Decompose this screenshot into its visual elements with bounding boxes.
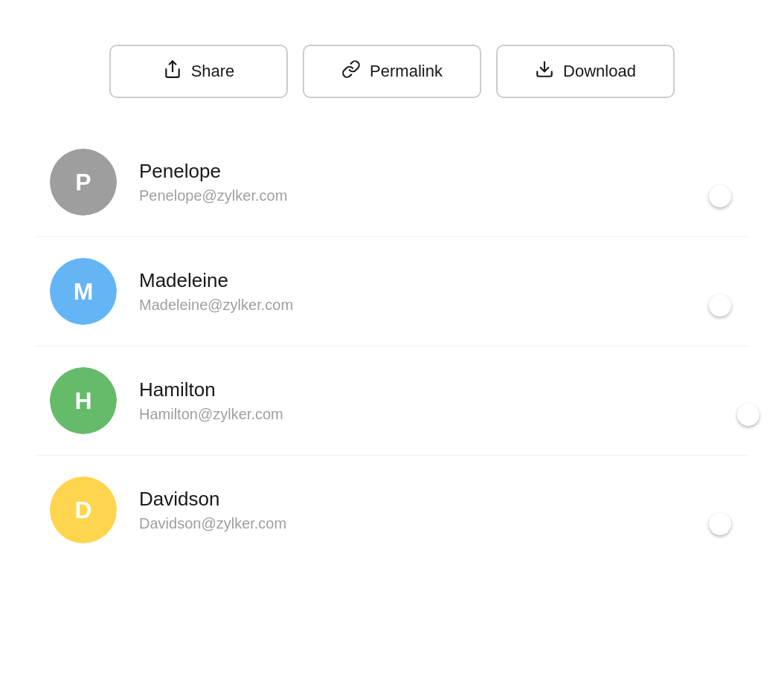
avatar-davidson: D xyxy=(50,477,117,543)
user-list: P Penelope Penelope@zylker.com M Madelei… xyxy=(35,128,749,564)
user-name-davidson: Davidson xyxy=(139,488,719,511)
user-item-madeleine: M Madeleine Madeleine@zylker.com xyxy=(35,237,749,346)
avatar-madeleine: M xyxy=(50,258,117,325)
user-item-hamilton: H Hamilton Hamilton@zylker.com xyxy=(35,346,749,456)
toolbar: Share Permalink Download xyxy=(35,45,749,98)
user-email-madeleine: Madeleine@zylker.com xyxy=(139,297,719,314)
download-button[interactable]: Download xyxy=(496,45,675,98)
user-name-hamilton: Hamilton xyxy=(139,378,719,401)
user-info-madeleine: Madeleine Madeleine@zylker.com xyxy=(139,269,719,314)
avatar-hamilton: H xyxy=(50,367,117,434)
share-button[interactable]: Share xyxy=(109,45,288,98)
user-info-davidson: Davidson Davidson@zylker.com xyxy=(139,488,719,532)
user-info-penelope: Penelope Penelope@zylker.com xyxy=(139,160,719,204)
user-email-davidson: Davidson@zylker.com xyxy=(139,515,719,532)
download-label: Download xyxy=(563,62,636,81)
user-item-penelope: P Penelope Penelope@zylker.com xyxy=(35,128,749,237)
user-item-davidson: D Davidson Davidson@zylker.com xyxy=(35,456,749,564)
user-email-penelope: Penelope@zylker.com xyxy=(139,187,719,204)
permalink-button[interactable]: Permalink xyxy=(303,45,481,98)
permalink-icon xyxy=(341,59,361,83)
user-name-penelope: Penelope xyxy=(139,160,719,183)
share-label: Share xyxy=(191,62,235,81)
user-email-hamilton: Hamilton@zylker.com xyxy=(139,406,719,423)
download-icon xyxy=(535,59,554,83)
avatar-penelope: P xyxy=(50,149,117,216)
share-icon xyxy=(163,59,182,83)
permalink-label: Permalink xyxy=(370,62,443,81)
user-name-madeleine: Madeleine xyxy=(139,269,719,292)
user-info-hamilton: Hamilton Hamilton@zylker.com xyxy=(139,378,719,423)
